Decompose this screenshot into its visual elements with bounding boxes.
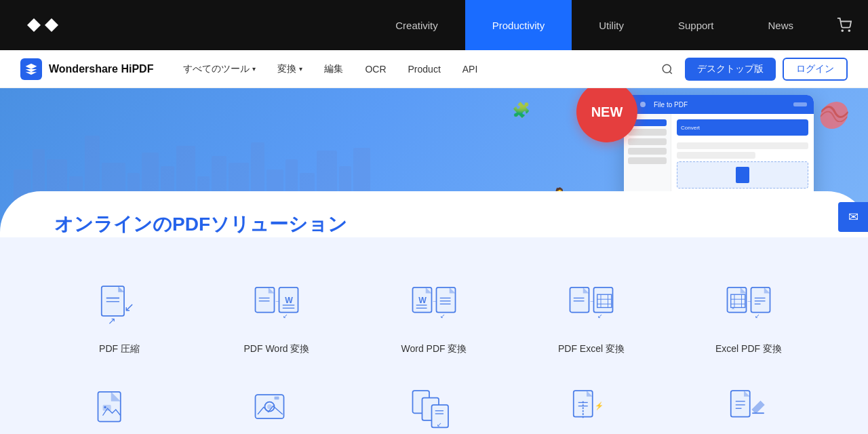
nav-edit[interactable]: 編集	[315, 59, 353, 79]
wondershare-logo	[27, 18, 58, 32]
pdf-to-excel-icon: → ↙	[564, 278, 618, 332]
svg-text:↙: ↙	[440, 313, 446, 319]
svg-text:↙: ↙	[755, 313, 760, 319]
tool-photo[interactable]	[229, 369, 324, 434]
floating-mail-button[interactable]: ✉	[838, 202, 868, 232]
tool-pdf-compress[interactable]: ↙ ↗ PDF 圧縮	[72, 264, 167, 369]
tool-label: PDF Word 変換	[244, 343, 310, 355]
merge-icon: ↙	[407, 382, 461, 434]
image-icon	[92, 382, 146, 434]
svg-text:↙: ↙	[437, 421, 442, 428]
svg-line-3	[669, 71, 671, 73]
tools-grid-row1: ↙ ↗ PDF 圧縮 → W	[41, 264, 827, 369]
tools-section: ↙ ↗ PDF 圧縮 → W	[0, 237, 868, 434]
brand-logo[interactable]: Wondershare HiPDF	[20, 58, 153, 80]
svg-text:↙: ↙	[597, 313, 603, 319]
chevron-down-icon: ▾	[299, 65, 302, 73]
photo-icon	[250, 382, 304, 434]
svg-text:⚡: ⚡	[595, 401, 604, 410]
svg-point-0	[842, 30, 843, 31]
hero-title: オンラインのPDFソリューション	[54, 212, 814, 237]
desktop-button[interactable]: デスクトップ版	[685, 58, 776, 81]
puzzle-decoration: 🧩	[512, 102, 530, 119]
brand-name: Wondershare HiPDF	[49, 63, 153, 75]
nav-ocr[interactable]: OCR	[355, 60, 395, 79]
top-nav: Creativity Productivity Utility Support …	[0, 0, 868, 50]
tool-label: Excel PDF 変換	[715, 343, 782, 355]
preview-body: Convert	[624, 114, 814, 203]
svg-text:↗: ↗	[108, 315, 116, 326]
tool-merge[interactable]: ↙	[387, 369, 481, 434]
nav-support[interactable]: Support	[651, 0, 741, 50]
tool-split[interactable]: ⚡	[544, 369, 639, 434]
nav-creativity[interactable]: Creativity	[368, 0, 465, 50]
hipdf-icon	[20, 58, 42, 80]
cart-icon[interactable]	[821, 0, 868, 50]
second-nav-links: すべてのツール ▾ 変換 ▾ 編集 OCR Product API	[174, 59, 656, 79]
tool-label: PDF 圧縮	[99, 343, 140, 355]
svg-point-54	[104, 406, 106, 409]
top-nav-links: Creativity Productivity Utility Support …	[108, 0, 868, 50]
nav-api[interactable]: API	[453, 60, 488, 79]
nav-product[interactable]: Product	[399, 60, 450, 79]
tools-grid-row2: ↙ ⚡	[41, 369, 827, 434]
nav-utility[interactable]: Utility	[572, 0, 651, 50]
hero-section: File to PDF Convert	[0, 88, 868, 237]
tool-label: PDF Excel 変換	[558, 343, 625, 355]
tool-edit[interactable]	[701, 369, 796, 434]
nav-convert[interactable]: 変換 ▾	[268, 59, 312, 79]
svg-text:↙: ↙	[124, 300, 134, 314]
svg-text:×: ×	[732, 305, 735, 311]
svg-rect-58	[275, 397, 279, 399]
tool-image-1[interactable]	[72, 369, 167, 434]
tool-pdf-to-excel[interactable]: → ↙ PDF Excel 変換	[544, 264, 639, 369]
svg-rect-32	[594, 288, 613, 313]
svg-text:↙: ↙	[283, 313, 288, 319]
nav-productivity[interactable]: Productivity	[465, 0, 572, 50]
hero-content: オンラインのPDFソリューション	[0, 191, 868, 237]
tool-label: Word PDF 変換	[401, 343, 467, 355]
svg-text:W: W	[418, 296, 427, 305]
edit-icon	[722, 382, 776, 434]
tool-excel-to-pdf[interactable]: × → ↙ Excel PDF 変換	[701, 264, 796, 369]
nav-all-tools[interactable]: すべてのツール ▾	[174, 59, 265, 79]
decoration-wave	[818, 102, 850, 129]
logo-area[interactable]	[0, 0, 108, 50]
chevron-down-icon: ▾	[252, 65, 256, 73]
svg-text:W: W	[285, 296, 293, 305]
svg-point-2	[663, 64, 671, 73]
nav-actions: デスクトップ版 ログイン	[656, 58, 848, 81]
search-button[interactable]	[656, 58, 678, 80]
second-nav: Wondershare HiPDF すべてのツール ▾ 変換 ▾ 編集 OCR …	[0, 50, 868, 88]
preview-bar: File to PDF	[624, 95, 814, 114]
excel-to-pdf-icon: × → ↙	[722, 278, 776, 332]
login-button[interactable]: ログイン	[783, 58, 848, 81]
compress-icon: ↙ ↗	[92, 278, 146, 332]
tool-word-to-pdf[interactable]: W → ↙ Word PDF 変換	[387, 264, 481, 369]
tool-pdf-to-word[interactable]: → W ↙ PDF Word 変換	[229, 264, 324, 369]
pdf-to-word-icon: → W ↙	[250, 278, 304, 332]
nav-news[interactable]: News	[741, 0, 821, 50]
split-icon: ⚡	[564, 382, 618, 434]
word-to-pdf-icon: W → ↙	[407, 278, 461, 332]
app-preview: File to PDF Convert	[624, 95, 814, 203]
svg-point-1	[848, 30, 850, 31]
